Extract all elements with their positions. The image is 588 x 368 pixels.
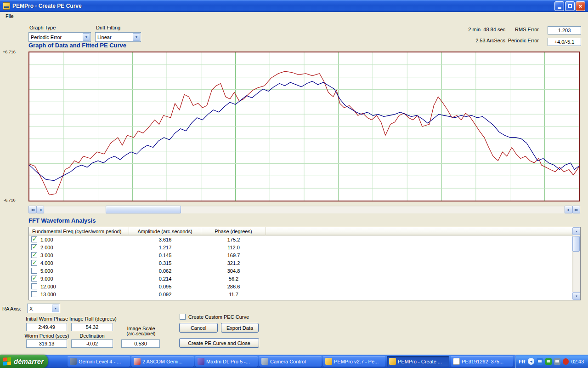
column-header-phase[interactable]: Phase (degrees) bbox=[201, 227, 266, 236]
freq-value: 9.000 bbox=[40, 276, 53, 282]
table-row[interactable]: 13.000 0.092 11.7 bbox=[29, 290, 580, 298]
hide-icons-chevron-icon[interactable]: ◀ bbox=[528, 358, 535, 365]
pempro-icon bbox=[325, 358, 332, 365]
pempro-icon bbox=[389, 358, 396, 365]
drift-fitting-select[interactable]: Linear ▼ bbox=[95, 32, 141, 42]
security-icon[interactable] bbox=[563, 358, 569, 365]
close-button[interactable]: × bbox=[576, 1, 585, 11]
create-custom-pec-checkbox[interactable] bbox=[180, 314, 186, 320]
graph-heading: Graph of Data and Fitted PE Curve bbox=[28, 42, 126, 49]
language-indicator[interactable]: FR bbox=[519, 359, 526, 364]
y-axis-max-label: +6.716 bbox=[3, 50, 16, 54]
ra-axis-selected-value: X bbox=[28, 306, 52, 311]
clock: 02:43 bbox=[571, 359, 584, 364]
scrollbar-thumb[interactable] bbox=[106, 206, 181, 213]
table-row[interactable]: 1.000 3.616 175.2 bbox=[29, 236, 580, 243]
taskbar-item-pempro-create[interactable]: PEMPro - Create ... bbox=[387, 356, 449, 367]
taskbar-item-maxim[interactable]: MaxIm DL Pro 5 -... bbox=[195, 356, 258, 367]
scroll-left-button[interactable]: ◀ bbox=[36, 206, 44, 213]
amplitude-value: 0.095 bbox=[129, 284, 201, 289]
drift-fitting-label: Drift Fitting bbox=[96, 25, 120, 30]
start-button[interactable]: démarrer bbox=[0, 355, 48, 368]
row-checkbox[interactable] bbox=[31, 252, 37, 258]
create-pe-curve-button[interactable]: Create PE Curve and Close bbox=[179, 338, 259, 348]
declination-value: -0.02 bbox=[71, 339, 113, 348]
table-row[interactable]: 9.000 0.214 56.2 bbox=[29, 275, 580, 282]
menu-file[interactable]: File bbox=[3, 13, 17, 19]
table-row[interactable]: 3.000 0.145 169.7 bbox=[29, 251, 580, 259]
fft-table: Fundamental Freq (cycles/worm period) Am… bbox=[28, 227, 581, 300]
row-checkbox[interactable] bbox=[31, 244, 37, 250]
graph-type-selected-value: Periodic Error bbox=[29, 34, 83, 40]
graph-type-label: Graph Type bbox=[29, 25, 56, 30]
chevron-down-icon[interactable]: ▼ bbox=[133, 33, 140, 41]
image-scale-value: 0.530 bbox=[121, 339, 160, 348]
title-bar: PEMPro - Create PE Curve × bbox=[0, 0, 588, 12]
app-icon bbox=[3, 2, 10, 10]
row-checkbox[interactable] bbox=[31, 260, 37, 266]
taskbar-item-camera-control[interactable]: Camera Control bbox=[259, 356, 322, 367]
volume-icon[interactable] bbox=[554, 358, 560, 365]
camera-icon bbox=[261, 358, 268, 365]
taskbar-item-pempro-main[interactable]: PEMPro v2.7 - Pe... bbox=[323, 356, 385, 367]
maxim-icon bbox=[198, 358, 204, 365]
scroll-right-button[interactable]: ▶ bbox=[565, 206, 572, 213]
export-data-button[interactable]: Export Data bbox=[221, 323, 259, 333]
freq-value: 2.000 bbox=[40, 245, 53, 250]
maximize-button[interactable] bbox=[565, 1, 575, 11]
freq-value: 12.000 bbox=[40, 284, 56, 289]
row-checkbox[interactable] bbox=[31, 291, 37, 297]
table-row[interactable]: 12.000 0.095 286.6 bbox=[29, 282, 580, 290]
image-file-icon bbox=[453, 358, 460, 365]
column-header-amplitude[interactable]: Amplitude (arc-seconds) bbox=[129, 227, 201, 236]
measurement-duration: 2 min 48.84 sec bbox=[452, 27, 505, 32]
gemini-icon bbox=[70, 358, 77, 365]
scrollbar-track[interactable] bbox=[44, 206, 565, 213]
taskbar-item-ascom[interactable]: 2 ASCOM Gemi... bbox=[131, 356, 194, 367]
table-header: Fundamental Freq (cycles/worm period) Am… bbox=[29, 227, 580, 236]
amplitude-value: 1.217 bbox=[129, 245, 201, 250]
scroll-up-button[interactable]: ▲ bbox=[572, 227, 580, 235]
freq-value: 4.000 bbox=[40, 260, 53, 266]
ra-axis-select[interactable]: X ▼ bbox=[27, 304, 60, 313]
amplitude-value: 0.092 bbox=[129, 292, 201, 297]
periodic-error-value: +4.0/-5.1 bbox=[548, 38, 581, 46]
row-checkbox[interactable] bbox=[31, 268, 37, 274]
taskbar-item-pe-file[interactable]: PE3191262_375... bbox=[451, 356, 513, 367]
phase-value: 112.0 bbox=[201, 245, 266, 250]
row-checkbox[interactable] bbox=[31, 236, 37, 242]
row-checkbox[interactable] bbox=[31, 283, 37, 289]
periodic-error-label: Periodic Error bbox=[505, 38, 539, 43]
table-row[interactable]: 2.000 1.217 112.0 bbox=[29, 243, 580, 251]
table-row[interactable]: 4.000 0.315 321.2 bbox=[29, 259, 580, 267]
row-checkbox[interactable] bbox=[31, 276, 37, 282]
phase-value: 321.2 bbox=[201, 260, 266, 266]
column-header-filler bbox=[266, 227, 580, 236]
cancel-button[interactable]: Cancel bbox=[179, 323, 218, 333]
scrollbar-track[interactable] bbox=[572, 235, 580, 292]
table-row[interactable]: 5.000 0.062 304.8 bbox=[29, 267, 580, 275]
scroll-far-right-button[interactable]: ▶▶ bbox=[572, 206, 580, 213]
phase-value: 286.6 bbox=[201, 284, 266, 289]
amplitude-value: 0.145 bbox=[129, 253, 201, 258]
image-scale-label: Image Scale bbox=[121, 326, 161, 331]
freq-value: 13.000 bbox=[40, 292, 56, 297]
column-header-freq[interactable]: Fundamental Freq (cycles/worm period) bbox=[29, 227, 129, 236]
chevron-down-icon[interactable]: ▼ bbox=[52, 305, 59, 312]
maximize-icon bbox=[568, 4, 572, 8]
scrollbar-thumb[interactable] bbox=[572, 236, 580, 252]
phase-value: 56.2 bbox=[201, 276, 266, 282]
display-icon[interactable] bbox=[537, 358, 543, 365]
chevron-down-icon[interactable]: ▼ bbox=[83, 33, 90, 41]
amplitude-value: 3.616 bbox=[129, 237, 201, 242]
scroll-down-button[interactable]: ▼ bbox=[572, 292, 580, 300]
pe-curve-chart bbox=[28, 52, 580, 201]
graph-type-select[interactable]: Periodic Error ▼ bbox=[28, 32, 91, 42]
menu-bar: File bbox=[0, 12, 588, 20]
network-icon[interactable] bbox=[545, 358, 552, 365]
table-vertical-scrollbar: ▲ ▼ bbox=[572, 227, 580, 300]
minimize-button[interactable] bbox=[554, 1, 564, 11]
scroll-far-left-button[interactable]: ◀◀ bbox=[28, 206, 36, 213]
taskbar-item-gemini[interactable]: Gemini Level 4 - ... bbox=[68, 356, 130, 367]
amplitude-arcsecs: 2.53 ArcSecs bbox=[452, 38, 505, 43]
